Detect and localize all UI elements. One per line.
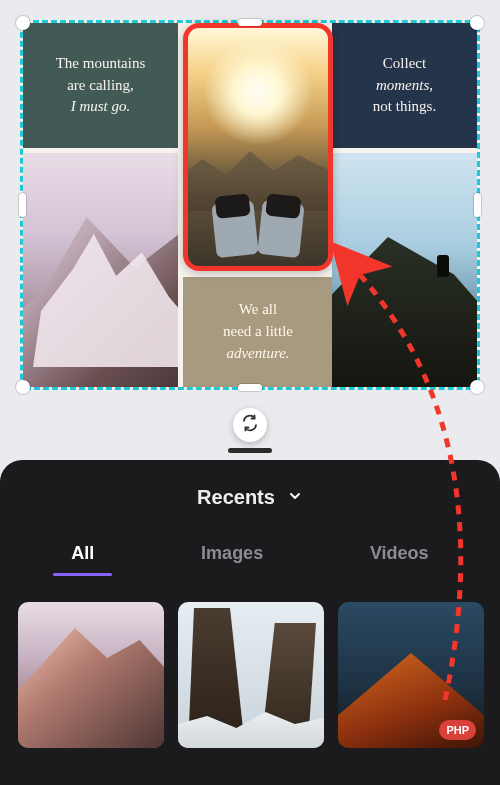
- tile-adventure-quote[interactable]: We all need a little adventure.: [183, 277, 333, 387]
- line: adventure.: [226, 345, 289, 361]
- line: I must go.: [71, 98, 131, 114]
- line: We all: [239, 301, 277, 317]
- thumbnail-row: PHP: [18, 602, 482, 748]
- tab-images[interactable]: Images: [197, 537, 267, 576]
- php-badge: PHP: [439, 720, 476, 740]
- resize-handle-tr[interactable]: [470, 16, 484, 30]
- resize-handle-left[interactable]: [19, 193, 26, 217]
- media-thumb-2[interactable]: [178, 602, 324, 748]
- line: moments,: [376, 77, 433, 93]
- panel-grabber[interactable]: [228, 448, 272, 453]
- swap-button[interactable]: [233, 408, 267, 442]
- recents-dropdown[interactable]: Recents: [18, 486, 482, 509]
- tab-videos[interactable]: Videos: [366, 537, 433, 576]
- tab-all[interactable]: All: [67, 537, 98, 576]
- resize-handle-right[interactable]: [474, 193, 481, 217]
- resize-handle-br[interactable]: [470, 380, 484, 394]
- media-thumb-1[interactable]: [18, 602, 164, 748]
- hill-shape: [332, 237, 477, 387]
- tile-collect-quote[interactable]: Collect moments, not things.: [332, 23, 477, 148]
- tile-hiker-photo[interactable]: [332, 153, 477, 387]
- media-tabs: All Images Videos: [18, 537, 482, 576]
- line: need a little: [223, 323, 293, 339]
- legs-shape: [208, 196, 308, 266]
- line: Collect: [383, 55, 426, 71]
- line: The mountains: [56, 55, 146, 71]
- media-thumb-3[interactable]: PHP: [338, 602, 484, 748]
- tile-mountain-photo[interactable]: [23, 153, 178, 387]
- line: not things.: [373, 98, 436, 114]
- line: are calling,: [67, 77, 134, 93]
- hiker-silhouette: [437, 255, 449, 277]
- sun-glow: [203, 36, 313, 146]
- resize-handle-tl[interactable]: [16, 16, 30, 30]
- canvas-area: The mountains are calling, I must go. Co…: [0, 0, 500, 460]
- collage-canvas[interactable]: The mountains are calling, I must go. Co…: [20, 20, 480, 390]
- tile-mountains-quote[interactable]: The mountains are calling, I must go.: [23, 23, 178, 148]
- tile-selected-photo[interactable]: [183, 23, 333, 271]
- quote-text: We all need a little adventure.: [223, 299, 293, 364]
- swap-icon: [241, 414, 259, 437]
- recents-label: Recents: [197, 486, 275, 509]
- resize-handle-top[interactable]: [238, 19, 262, 26]
- resize-handle-bottom[interactable]: [238, 384, 262, 391]
- mountain-shape: [18, 628, 164, 748]
- chevron-down-icon: [287, 488, 303, 508]
- quote-text: Collect moments, not things.: [373, 53, 436, 118]
- media-panel: Recents All Images Videos PHP: [0, 460, 500, 785]
- resize-handle-bl[interactable]: [16, 380, 30, 394]
- quote-text: The mountains are calling, I must go.: [56, 53, 146, 118]
